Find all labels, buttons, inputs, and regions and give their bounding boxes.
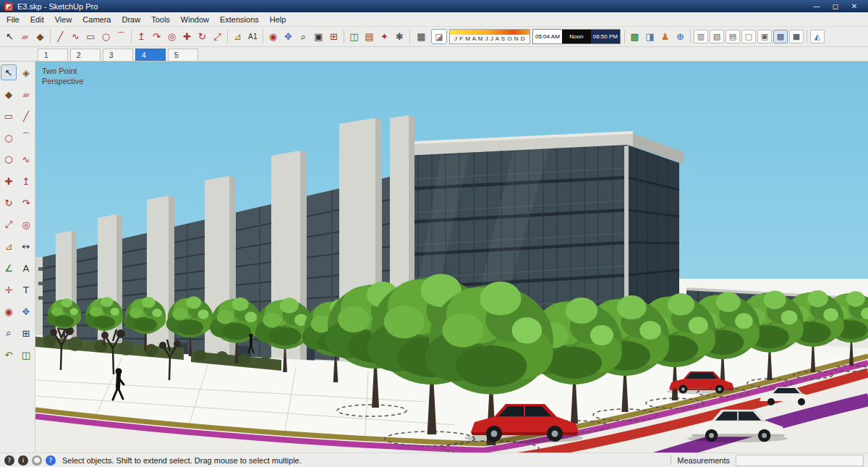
- line-tool[interactable]: ╱: [19, 109, 33, 123]
- menu-help[interactable]: Help: [270, 15, 286, 24]
- shadow-time-slider[interactable]: 05:04 AM Noon 06:50 PM: [532, 29, 621, 44]
- eraser-tool-icon[interactable]: ▰: [17, 29, 33, 44]
- scene-tab-2[interactable]: 2: [70, 49, 101, 61]
- info-icon[interactable]: i: [18, 455, 28, 466]
- menu-tools[interactable]: Tools: [151, 15, 170, 24]
- toolbar-separator: [263, 30, 263, 43]
- person-icon[interactable]: ♟: [658, 29, 673, 44]
- dimension-tool-icon[interactable]: A1: [245, 29, 260, 44]
- scale-tool[interactable]: ⤢: [1, 217, 16, 232]
- globe-icon[interactable]: ⊕: [673, 29, 688, 44]
- axes-tool[interactable]: ✛: [1, 282, 16, 297]
- shadow-toggle-button[interactable]: ◪: [431, 29, 447, 44]
- make-component-tool[interactable]: ◈: [19, 65, 33, 80]
- scale-tool-icon[interactable]: ⤢: [210, 29, 225, 44]
- menu-bar: File Edit View Camera Draw Tools Window …: [0, 12, 868, 27]
- freehand-tool-icon[interactable]: ∿: [68, 29, 83, 44]
- arc-tool[interactable]: ⌒: [19, 130, 33, 145]
- close-button[interactable]: ✕: [845, 2, 864, 10]
- style-hidden-line-icon[interactable]: ▢: [741, 30, 756, 43]
- circle-tool-icon[interactable]: ○: [98, 29, 114, 44]
- dimension-tool[interactable]: ↔: [19, 239, 33, 253]
- get-location-icon[interactable]: ▩: [627, 29, 642, 44]
- zoom-tool-icon[interactable]: ⌕: [296, 29, 311, 44]
- measurements-input[interactable]: [736, 455, 864, 466]
- polygon-tool[interactable]: ⬡: [1, 152, 16, 167]
- eraser-tool[interactable]: ▰: [19, 87, 33, 101]
- scene-tab-1[interactable]: 1: [38, 49, 68, 61]
- zoom-extents-tool[interactable]: ⊞: [19, 326, 33, 340]
- model-viewport[interactable]: Two Point Perspective: [35, 62, 868, 453]
- zoom-window-tool-icon[interactable]: ▣: [311, 29, 326, 44]
- circle-tool[interactable]: ○: [1, 130, 16, 145]
- maximize-button[interactable]: ◻: [826, 2, 845, 10]
- menu-edit[interactable]: Edit: [30, 15, 44, 24]
- freehand-tool[interactable]: ∿: [19, 152, 33, 167]
- style-monochrome-icon[interactable]: ■: [789, 30, 804, 43]
- menu-camera[interactable]: Camera: [82, 15, 111, 24]
- shadow-month-labels: J F M A M J J A S O N D: [450, 35, 529, 43]
- menu-extensions[interactable]: Extensions: [220, 15, 259, 24]
- rectangle-tool-icon[interactable]: ▭: [83, 29, 98, 44]
- arc-tool-icon[interactable]: ⌒: [114, 29, 129, 44]
- model-scene[interactable]: [35, 62, 868, 453]
- tape-measure-tool[interactable]: ⊿: [1, 239, 16, 253]
- paint-bucket-tool[interactable]: ◆: [1, 87, 16, 101]
- menu-window[interactable]: Window: [181, 15, 209, 24]
- style-shaded-textures-icon[interactable]: ▩: [773, 30, 788, 43]
- previous-view-tool[interactable]: ↶: [1, 348, 16, 362]
- 3d-text-tool[interactable]: T: [19, 282, 33, 297]
- main-toolbar: ↖ ▰ ◆ ╱ ∿ ▭ ○ ⌒ ↥ ↷ ◎ ✚ ↻ ⤢ ⊿ A1 ◉ ✥ ⌕ ▣…: [0, 27, 868, 47]
- scene-tab-3[interactable]: 3: [103, 49, 133, 61]
- minimize-button[interactable]: —: [807, 2, 826, 10]
- protractor-tool[interactable]: ∠: [1, 261, 16, 275]
- shadow-date-slider[interactable]: J F M A M J J A S O N D: [449, 29, 530, 44]
- iso-view-icon[interactable]: ◭: [810, 30, 825, 43]
- extension-warehouse-icon[interactable]: ✦: [377, 29, 392, 44]
- move-tool[interactable]: ✚: [1, 174, 16, 188]
- shadow-settings-icon[interactable]: ▦: [414, 29, 429, 44]
- help-icon[interactable]: ?: [4, 455, 14, 466]
- text-tool[interactable]: A: [19, 261, 33, 275]
- push-pull-tool[interactable]: ↥: [19, 174, 33, 188]
- scene-tab-4-active[interactable]: 4: [135, 49, 166, 61]
- pan-tool-icon[interactable]: ✥: [281, 29, 296, 44]
- select-tool[interactable]: ↖: [1, 65, 16, 80]
- app-logo-icon: ◩: [4, 2, 13, 11]
- push-pull-tool-icon[interactable]: ↥: [134, 29, 149, 44]
- menu-draw[interactable]: Draw: [122, 15, 140, 24]
- 3d-warehouse-icon[interactable]: ▤: [362, 29, 377, 44]
- person-status-icon[interactable]: ☻: [32, 455, 42, 466]
- line-tool-icon[interactable]: ╱: [53, 29, 68, 44]
- offset-tool[interactable]: ◎: [19, 217, 33, 232]
- zoom-extents-tool-icon[interactable]: ⊞: [326, 29, 341, 44]
- pan-tool[interactable]: ✥: [19, 304, 33, 319]
- offset-tool-icon[interactable]: ◎: [164, 29, 179, 44]
- orbit-tool-icon[interactable]: ◉: [265, 29, 281, 44]
- move-tool-icon[interactable]: ✚: [179, 29, 195, 44]
- style-wireframe-icon[interactable]: ▤: [726, 30, 740, 43]
- section-plane-tool-icon[interactable]: ◫: [346, 29, 362, 44]
- rotate-tool[interactable]: ↻: [1, 195, 16, 210]
- style-back-edges-icon[interactable]: ▧: [710, 30, 724, 43]
- rotate-tool-icon[interactable]: ↻: [195, 29, 210, 44]
- menu-view[interactable]: View: [55, 15, 72, 24]
- photo-textures-icon[interactable]: ◨: [642, 29, 658, 44]
- tape-measure-tool-icon[interactable]: ⊿: [230, 29, 245, 44]
- scene-tab-5[interactable]: 5: [168, 49, 198, 61]
- select-tool-icon[interactable]: ↖: [2, 29, 17, 44]
- rectangle-tool[interactable]: ▭: [1, 109, 16, 123]
- question-icon[interactable]: ?: [46, 455, 56, 466]
- style-shaded-icon[interactable]: ▣: [757, 30, 772, 43]
- scene-tab-bar: 1 2 3 4 5: [0, 47, 868, 62]
- orbit-tool[interactable]: ◉: [1, 304, 16, 319]
- style-xray-icon[interactable]: ▥: [694, 30, 708, 43]
- zoom-tool[interactable]: ⌕: [1, 326, 16, 340]
- paint-bucket-tool-icon[interactable]: ◆: [33, 29, 48, 44]
- follow-me-tool[interactable]: ↷: [19, 195, 33, 210]
- section-plane-tool[interactable]: ◫: [19, 348, 33, 362]
- menu-file[interactable]: File: [7, 15, 20, 24]
- shadow-time-noon: Noon: [562, 30, 591, 43]
- model-info-icon[interactable]: ✱: [392, 29, 407, 44]
- follow-me-tool-icon[interactable]: ↷: [149, 29, 164, 44]
